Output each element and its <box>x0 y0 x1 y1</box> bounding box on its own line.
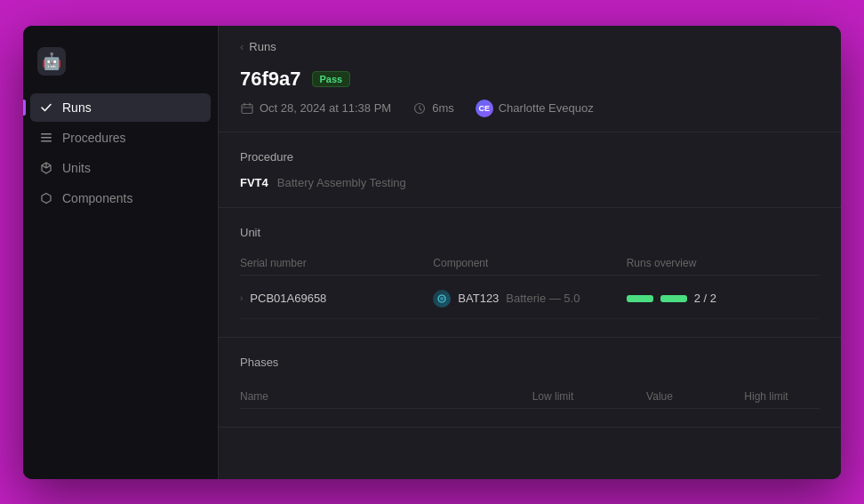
unit-section: Unit Serial number Component Runs overvi… <box>219 208 841 338</box>
unit-table-header: Serial number Component Runs overview <box>240 252 820 276</box>
run-user: CE Charlotte Evequoz <box>476 100 594 117</box>
svg-rect-3 <box>242 104 252 113</box>
cube-icon <box>39 161 53 175</box>
content-area: Procedure FVT4 Battery Assembly Testing … <box>219 132 841 479</box>
phases-col-high: High limit <box>713 390 820 403</box>
app-logo-icon: 🤖 <box>37 47 66 76</box>
run-duration: 6ms <box>412 101 454 116</box>
col-component: Component <box>433 257 626 269</box>
back-chevron-icon: ‹ <box>240 40 244 53</box>
procedure-name: Battery Assembly Testing <box>277 176 406 189</box>
svg-rect-0 <box>41 133 52 135</box>
run-duration-value: 6ms <box>432 101 454 115</box>
phases-section: Phases Name Low limit Value High limit <box>219 338 841 428</box>
sidebar-logo: 🤖 <box>23 40 218 93</box>
check-icon <box>39 100 53 115</box>
run-status-badge: Pass <box>312 71 351 87</box>
runs-overview-cell: 2 / 2 <box>627 292 820 305</box>
sidebar-navigation: Runs Procedures <box>23 93 218 212</box>
runs-overview: 2 / 2 <box>627 292 716 305</box>
calendar-icon <box>240 101 254 116</box>
sidebar: 🤖 Runs <box>23 26 219 479</box>
run-bar-1 <box>627 295 653 302</box>
col-runs-overview: Runs overview <box>627 257 820 269</box>
svg-rect-1 <box>41 137 52 139</box>
hexagon-icon <box>39 191 53 205</box>
sidebar-runs-label: Runs <box>62 100 92 115</box>
svg-point-6 <box>440 297 444 300</box>
table-row: › PCB01A69658 BAT123 Batterie — 5.0 <box>240 279 820 319</box>
sidebar-item-runs[interactable]: Runs <box>30 93 211 122</box>
component-cell: BAT123 Batterie — 5.0 <box>433 290 626 308</box>
active-indicator <box>23 100 26 116</box>
serial-number: PCB01A69658 <box>250 292 326 305</box>
col-serial: Serial number <box>240 257 433 269</box>
sidebar-item-units[interactable]: Units <box>30 154 211 182</box>
svg-rect-2 <box>41 140 52 142</box>
run-date-value: Oct 28, 2024 at 11:38 PM <box>260 101 391 115</box>
main-content: ‹ Runs 76f9a7 Pass Oct 28, 20 <box>219 26 841 479</box>
procedure-section-title: Procedure <box>240 150 820 164</box>
runs-fraction: 2 / 2 <box>694 292 716 305</box>
procedure-section: Procedure FVT4 Battery Assembly Testing <box>219 132 841 208</box>
run-date: Oct 28, 2024 at 11:38 PM <box>240 101 391 116</box>
component-icon <box>433 290 451 308</box>
run-title-row: 76f9a7 Pass <box>240 68 820 91</box>
clock-icon <box>412 101 427 116</box>
run-bar-2 <box>660 295 687 302</box>
sidebar-components-label: Components <box>62 191 132 205</box>
user-avatar: CE <box>476 100 493 117</box>
sidebar-item-procedures[interactable]: Procedures <box>30 124 211 152</box>
breadcrumb-runs-link[interactable]: Runs <box>249 40 276 53</box>
sidebar-item-components[interactable]: Components <box>30 184 211 212</box>
list-icon <box>39 131 53 145</box>
run-header: 76f9a7 Pass Oct 28, 2024 at 11:38 PM <box>219 60 841 132</box>
run-meta: Oct 28, 2024 at 11:38 PM 6ms CE Charlott… <box>240 100 820 117</box>
run-user-name: Charlotte Evequoz <box>499 101 594 115</box>
breadcrumb: ‹ Runs <box>219 26 841 60</box>
sidebar-units-label: Units <box>62 161 91 175</box>
unit-section-title: Unit <box>240 226 820 239</box>
procedure-row: FVT4 Battery Assembly Testing <box>240 176 820 189</box>
phases-col-low: Low limit <box>500 390 606 403</box>
component-detail: Batterie — 5.0 <box>506 292 580 305</box>
row-expand-chevron[interactable]: › <box>240 293 243 303</box>
phases-col-value: Value <box>606 390 713 403</box>
run-id: 76f9a7 <box>240 68 301 91</box>
phases-col-name: Name <box>240 390 500 403</box>
sidebar-procedures-label: Procedures <box>62 131 126 145</box>
app-window: 🤖 Runs <box>23 26 841 479</box>
procedure-code: FVT4 <box>240 176 268 189</box>
phases-section-title: Phases <box>240 356 820 369</box>
phases-table-header: Name Low limit Value High limit <box>240 381 820 409</box>
component-name: BAT123 <box>458 292 499 305</box>
serial-cell: › PCB01A69658 <box>240 292 433 305</box>
